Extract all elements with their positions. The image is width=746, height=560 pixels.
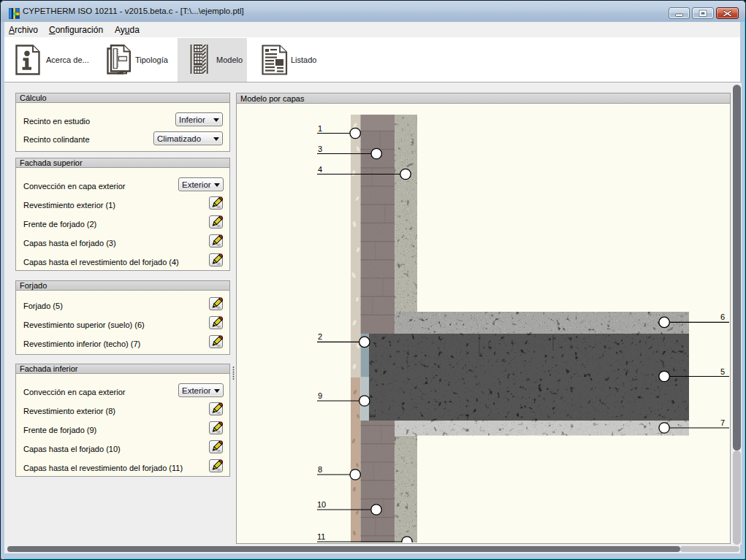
svg-text:6: 6 xyxy=(720,312,725,321)
svg-text:11: 11 xyxy=(317,532,325,541)
svg-text:5: 5 xyxy=(720,367,725,376)
svg-text:10: 10 xyxy=(317,500,326,509)
svg-text:9: 9 xyxy=(318,391,322,400)
svg-text:4: 4 xyxy=(318,165,322,174)
svg-text:1: 1 xyxy=(318,124,322,133)
svg-text:2: 2 xyxy=(318,332,322,341)
svg-text:7: 7 xyxy=(720,418,725,427)
svg-text:3: 3 xyxy=(318,145,322,153)
svg-text:8: 8 xyxy=(318,465,322,474)
